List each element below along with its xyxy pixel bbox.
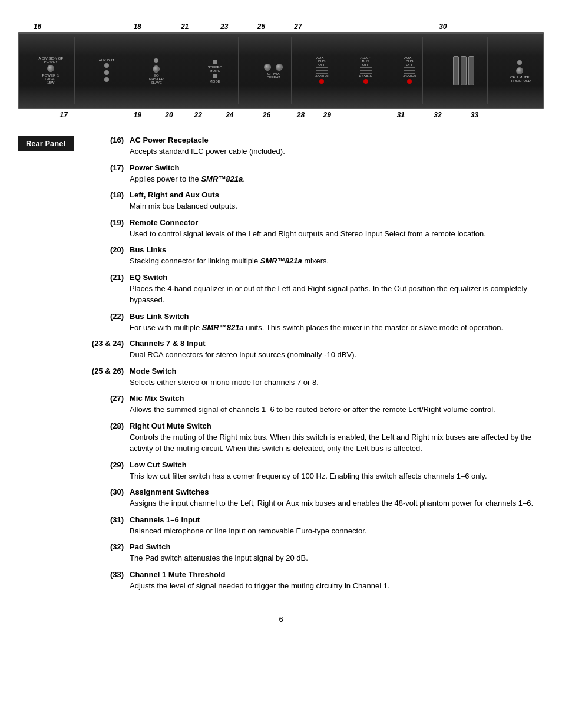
item-23-24-number: (23 & 24) (88, 339, 130, 348)
item-33: (33) Channel 1 Mute Threshold Adjusts th… (88, 570, 544, 592)
item-16-number: (16) (88, 136, 130, 144)
item-16-desc: Accepts standard IEC power cable (includ… (130, 146, 544, 157)
item-32-number: (32) (88, 542, 130, 551)
panel-section-euro (441, 37, 488, 104)
item-32-desc: The Pad switch attenuates the input sign… (130, 552, 544, 564)
item-17-number: (17) (88, 163, 130, 172)
panel-knob-power (47, 65, 54, 72)
panel-section-bus1: AUX→BUSOFF ASSIGN (309, 37, 335, 104)
item-29: (29) Low Cut Switch This low cut filter … (88, 460, 544, 482)
item-20-desc: Stacking connector for linking multiple … (130, 255, 544, 267)
item-30-desc: Assigns the input channel to the Left, R… (130, 498, 544, 509)
label-22: 22 (194, 111, 201, 119)
item-22-content: Bus Link Switch For use with multiple SM… (130, 312, 544, 334)
item-32: (32) Pad Switch The Pad switch attenuate… (88, 542, 544, 564)
panel-section-bus3: AUX→BUSOFF ASSIGN (396, 37, 423, 104)
item-20-content: Bus Links Stacking connector for linking… (130, 245, 544, 267)
item-33-desc: Adjusts the level of signal needed to tr… (130, 580, 544, 592)
item-31: (31) Channels 1–6 Input Balanced microph… (88, 515, 544, 537)
item-31-content: Channels 1–6 Input Balanced microphone o… (130, 515, 544, 537)
item-28-content: Right Out Mute Switch Controls the mutin… (130, 421, 544, 454)
item-29-content: Low Cut Switch This low cut filter switc… (130, 460, 544, 482)
page-container: 16 18 21 23 25 27 30 A DIVISION OFPEAVEY… (0, 0, 562, 728)
panel-knob-threshold (516, 67, 523, 74)
label-21: 21 (181, 22, 189, 31)
panel-section-left: A DIVISION OFPEAVEY POWER ① 120VAC15W (28, 37, 75, 104)
item-17-content: Power Switch Applies power to the SMR™82… (130, 163, 544, 185)
item-33-number: (33) (88, 570, 130, 579)
item-29-title: Low Cut Switch (130, 460, 544, 469)
label-32: 32 (434, 111, 441, 119)
bottom-number-row: 17 19 20 22 24 26 28 29 31 32 33 (18, 109, 544, 130)
panel-section-aux-out: AUX OUT (92, 37, 121, 104)
panel-section-remote: EQMASTERSLAVE (139, 37, 174, 104)
item-30-content: Assignment Switches Assigns the input ch… (130, 487, 544, 509)
label-20: 20 (165, 111, 173, 119)
label-26: 26 (263, 111, 270, 119)
item-18-title: Left, Right and Aux Outs (130, 190, 544, 199)
item-19: (19) Remote Connector Used to control si… (88, 218, 544, 240)
item-21-content: EQ Switch Places the 4-band equalizer in… (130, 273, 544, 306)
item-28-desc: Controls the muting of the Right mix bus… (130, 431, 544, 454)
item-31-number: (31) (88, 515, 130, 524)
item-33-title: Channel 1 Mute Threshold (130, 570, 544, 579)
top-number-row: 16 18 21 23 25 27 30 (18, 12, 544, 32)
panel-section-pad: CH 1 MUTETHRESHOLD (505, 37, 534, 104)
item-27: (27) Mic Mix Switch Allows the summed si… (88, 394, 544, 416)
label-33: 33 (471, 111, 478, 119)
item-30-title: Assignment Switches (130, 487, 544, 496)
label-29: 29 (323, 111, 331, 119)
item-25-26-number: (25 & 26) (88, 367, 130, 375)
item-20: (20) Bus Links Stacking connector for li… (88, 245, 544, 267)
item-27-title: Mic Mix Switch (130, 394, 544, 403)
item-30: (30) Assignment Switches Assigns the inp… (88, 487, 544, 509)
item-31-desc: Balanced microphone or line input on rem… (130, 525, 544, 537)
item-19-title: Remote Connector (130, 218, 544, 227)
diagram-section: 16 18 21 23 25 27 30 A DIVISION OFPEAVEY… (18, 12, 544, 130)
item-22-number: (22) (88, 312, 130, 321)
label-16: 16 (34, 22, 41, 31)
item-25-26-desc: Selects either stereo or mono mode for c… (130, 377, 544, 388)
rear-panel-badge: Rear Panel (18, 136, 74, 151)
label-18: 18 (134, 22, 141, 31)
item-16: (16) AC Power Receptacle Accepts standar… (88, 136, 544, 157)
item-17-title: Power Switch (130, 163, 544, 172)
item-23-24-content: Channels 7 & 8 Input Dual RCA connectors… (130, 339, 544, 361)
label-17: 17 (60, 111, 68, 119)
item-29-desc: This low cut filter switch has a corner … (130, 470, 544, 482)
item-16-title: AC Power Receptacle (130, 136, 544, 144)
item-23-24-desc: Dual RCA connectors for stereo input sou… (130, 349, 544, 361)
label-31: 31 (397, 111, 405, 119)
item-27-content: Mic Mix Switch Allows the summed signal … (130, 394, 544, 416)
item-17-desc: Applies power to the SMR™821a. (130, 173, 544, 185)
item-25-26: (25 & 26) Mode Switch Selects either ste… (88, 367, 544, 388)
item-29-number: (29) (88, 460, 130, 469)
item-32-title: Pad Switch (130, 542, 544, 551)
page-number: 6 (18, 615, 544, 624)
item-21-number: (21) (88, 273, 130, 282)
item-23-24-title: Channels 7 & 8 Input (130, 339, 544, 348)
item-28-number: (28) (88, 421, 130, 430)
item-30-number: (30) (88, 487, 130, 496)
item-22: (22) Bus Link Switch For use with multip… (88, 312, 544, 334)
item-19-number: (19) (88, 218, 130, 227)
label-25: 25 (257, 22, 265, 31)
label-19: 19 (134, 111, 141, 119)
label-24: 24 (226, 111, 233, 119)
panel-inner: A DIVISION OFPEAVEY POWER ① 120VAC15W AU… (19, 34, 543, 108)
item-33-content: Channel 1 Mute Threshold Adjusts the lev… (130, 570, 544, 592)
item-16-content: AC Power Receptacle Accepts standard IEC… (130, 136, 544, 157)
item-21-desc: Places the 4-band equalizer in or out of… (130, 283, 544, 306)
item-19-desc: Used to control signal levels of the Lef… (130, 228, 544, 240)
panel-diagram: A DIVISION OFPEAVEY POWER ① 120VAC15W AU… (18, 32, 544, 109)
item-18-number: (18) (88, 190, 130, 199)
item-17: (17) Power Switch Applies power to the S… (88, 163, 544, 185)
item-25-26-title: Mode Switch (130, 367, 544, 375)
item-19-content: Remote Connector Used to control signal … (130, 218, 544, 240)
item-25-26-content: Mode Switch Selects either stereo or mon… (130, 367, 544, 388)
item-21-title: EQ Switch (130, 273, 544, 282)
label-27: 27 (294, 22, 302, 31)
label-28: 28 (297, 111, 305, 119)
label-23: 23 (220, 22, 228, 31)
item-27-desc: Allows the summed signal of channels 1–6… (130, 404, 544, 416)
